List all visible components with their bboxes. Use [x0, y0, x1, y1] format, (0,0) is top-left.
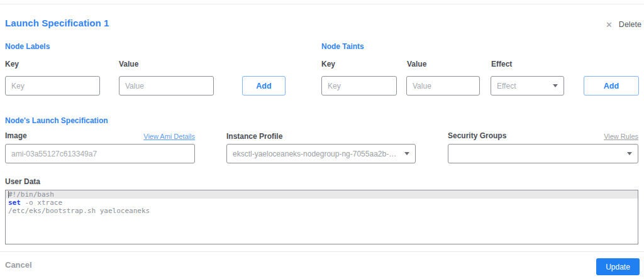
delete-button[interactable]: ✕ Delete [606, 20, 641, 29]
image-label-row: Image View Ami Details [5, 131, 195, 140]
node-taints-effect-select[interactable]: Effect [491, 76, 564, 96]
chevron-down-icon [627, 152, 632, 155]
node-taints-section-title: Node Taints [321, 42, 364, 51]
page-title: Launch Specification 1 [5, 18, 109, 28]
node-taints-key-label: Key [321, 60, 335, 68]
instance-profile-label: Instance Profile [226, 132, 282, 141]
image-label: Image [5, 131, 27, 140]
chevron-down-icon [404, 152, 409, 155]
code-token-plain: /etc/eks/bootstrap.sh yaeloceaneks [8, 207, 150, 215]
user-data-editor[interactable]: #!/bin/bashset -o xtrace/etc/eks/bootstr… [5, 190, 638, 244]
node-taints-key-input[interactable] [321, 76, 397, 96]
close-icon: ✕ [606, 21, 613, 29]
node-labels-key-label: Key [5, 60, 19, 68]
security-groups-label-row: Security Groups View Rules [448, 131, 638, 140]
chevron-down-icon [553, 84, 558, 87]
code-line: set -o xtrace [6, 199, 638, 207]
cancel-button[interactable]: Cancel [5, 260, 32, 270]
view-ami-details-link[interactable]: View Ami Details [143, 133, 195, 140]
code-token-plain: #!/bin/bash [8, 190, 54, 199]
node-taints-value-input[interactable] [406, 76, 480, 96]
instance-profile-value: eksctl-yaeloceaneks-nodegroup-ng-7055aa2… [233, 150, 404, 158]
code-token-plain: -o xtrace [21, 199, 62, 207]
code-line: #!/bin/bash [6, 190, 638, 199]
instance-profile-select[interactable]: eksctl-yaeloceaneks-nodegroup-ng-7055aa2… [226, 144, 416, 163]
top-divider [0, 4, 644, 4]
node-labels-add-button[interactable]: Add [242, 76, 286, 96]
node-taints-effect-label: Effect [491, 60, 512, 68]
node-labels-value-input[interactable] [119, 76, 214, 96]
node-labels-section-title: Node Labels [5, 42, 50, 51]
view-rules-link[interactable]: View Rules [604, 133, 638, 140]
node-taints-add-button[interactable]: Add [584, 76, 639, 96]
code-line: /etc/eks/bootstrap.sh yaeloceaneks [6, 207, 638, 215]
user-data-label: User Data [5, 177, 40, 186]
launch-spec-section-title: Node's Launch Specification [5, 116, 108, 125]
delete-button-label: Delete [619, 20, 641, 29]
node-labels-value-label: Value [119, 60, 138, 68]
security-groups-select[interactable] [448, 144, 638, 163]
launch-specification-panel: Launch Specification 1 ✕ Delete Node Lab… [0, 0, 644, 279]
node-labels-key-input[interactable] [5, 76, 100, 96]
update-button[interactable]: Update [596, 258, 640, 275]
effect-select-placeholder: Effect [497, 82, 553, 90]
image-input[interactable] [5, 144, 195, 163]
security-groups-label: Security Groups [448, 131, 506, 140]
footer-divider [0, 251, 644, 252]
node-taints-value-label: Value [407, 60, 426, 68]
code-token-keyword: set [8, 199, 21, 207]
